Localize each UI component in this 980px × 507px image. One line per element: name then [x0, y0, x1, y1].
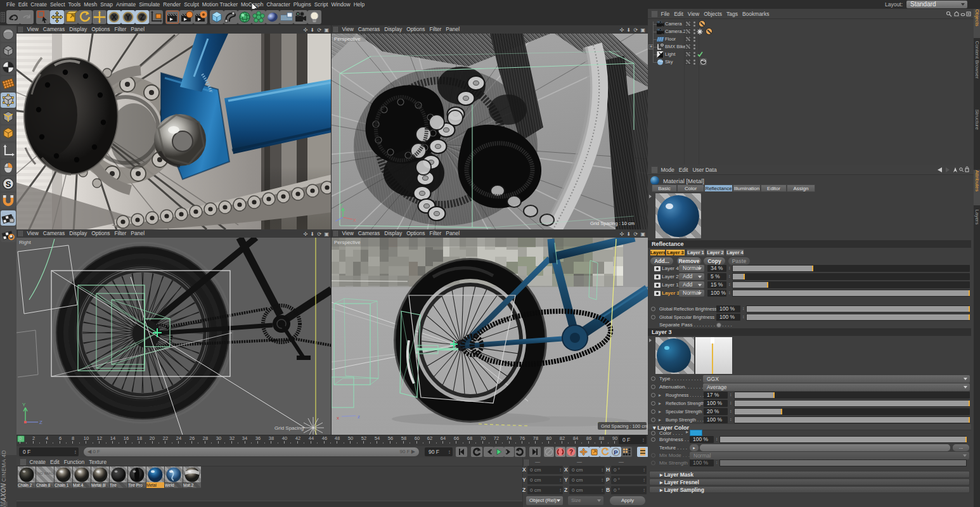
- svg-text:S: S: [6, 179, 11, 189]
- svg-text:Perspective: Perspective: [334, 240, 361, 245]
- svg-text:Y: Y: [22, 402, 26, 408]
- svg-text:x: x: [337, 415, 339, 421]
- svg-text:z: z: [358, 414, 360, 420]
- svg-text:?: ?: [569, 449, 573, 456]
- svg-text:P: P: [614, 449, 618, 456]
- svg-text:Z: Z: [39, 420, 42, 425]
- svg-text:X: X: [353, 218, 356, 222]
- svg-text:Y: Y: [126, 13, 131, 21]
- svg-text:Grid Spacing : 10 cm: Grid Spacing : 10 cm: [590, 221, 635, 226]
- svg-text:Perspective: Perspective: [334, 36, 361, 42]
- svg-text:Z: Z: [140, 13, 145, 21]
- svg-text:Grid Spacing : 100 cm: Grid Spacing : 100 cm: [601, 423, 648, 429]
- svg-text:Grid Spacing: Grid Spacing: [274, 425, 304, 431]
- svg-text:X: X: [112, 13, 117, 21]
- svg-text:Y: Y: [340, 203, 343, 207]
- svg-text:Right: Right: [19, 240, 31, 245]
